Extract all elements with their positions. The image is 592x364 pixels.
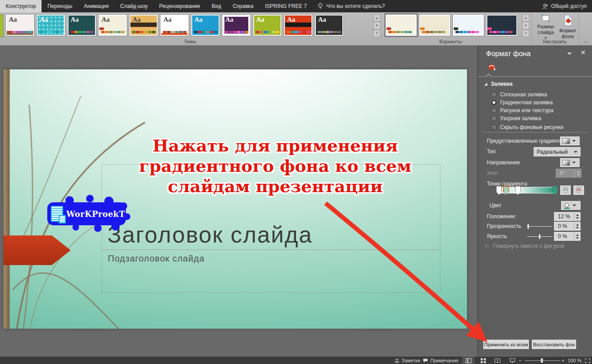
zoom-slider-handle[interactable] [541,358,543,363]
remove-gradient-stop-button[interactable] [573,186,584,195]
gradient-stop-marker[interactable] [552,186,558,195]
preset-gradients-button[interactable] [560,136,580,145]
slide-subtitle-text: Подзаголовок слайда [108,254,205,264]
variant-tag [454,27,458,30]
direction-button[interactable] [560,158,580,167]
theme-thumbnail[interactable]: Aa [191,14,220,36]
spinner-arrows-icon[interactable] [574,232,580,240]
transparency-spinner[interactable]: 0 % [554,222,581,231]
gallery-up-icon[interactable]: ▲ [522,14,529,22]
zoom-out-button[interactable]: − [519,356,521,364]
ribbon-tab[interactable]: Справка [227,0,259,12]
pane-close-icon[interactable]: ✕ [581,49,586,56]
theme-thumbnail[interactable]: Aa [67,14,96,36]
theme-thumbnail[interactable]: Aa [5,14,34,36]
theme-aa-label: Aa [256,16,264,23]
theme-thumbnail[interactable]: Aa [129,14,158,36]
paint-bucket-icon [486,61,497,73]
transparency-slider[interactable] [527,226,552,227]
gallery-more-icon[interactable]: ⊽ [373,30,380,37]
comments-label: Примечания [430,358,459,363]
theme-thumbnail[interactable]: Aa [36,14,65,36]
fill-option-label: Рисунок или текстура [500,107,554,114]
slider-handle[interactable] [539,234,540,239]
zoom-level[interactable]: 100 % [568,356,581,364]
gallery-down-icon[interactable]: ▼ [522,22,529,29]
variant-thumbnail[interactable] [385,14,417,36]
reading-view-icon [494,358,501,363]
spinner-arrows-icon[interactable] [574,222,580,230]
slide-canvas[interactable]: Заголовок слайда Подзаголовок слайда Wor… [4,69,467,329]
tell-me-label: Что вы хотите сделать? [326,3,385,9]
apply-to-all-button[interactable]: Применить ко всем [483,340,529,349]
gradient-stop-marker[interactable] [496,186,502,195]
slide-side-bar [4,69,10,329]
fill-option-row[interactable]: Сплошная заливка [491,91,554,99]
ribbon-tab[interactable]: Слайд-шоу [114,0,153,12]
transparency-label: Прозрачность [487,222,521,231]
color-button[interactable] [561,201,581,210]
position-spinner[interactable]: 12 % [554,212,581,221]
spinner-arrows-icon[interactable] [574,212,580,220]
gallery-up-icon[interactable]: ▲ [373,14,380,22]
fill-option-row[interactable]: Рисунок или текстура [491,106,554,114]
fit-to-window-button[interactable] [581,356,592,364]
normal-view-icon [466,358,471,363]
pane-menu-caret-icon[interactable] [567,53,572,55]
add-gradient-stop-button[interactable] [560,186,571,195]
slide-sorter-view-button[interactable] [477,356,490,364]
theme-swatches [132,31,156,33]
reset-background-button[interactable]: Восстановить фон [532,340,576,349]
variant-thumbnail[interactable] [419,14,451,36]
theme-thumbnail[interactable]: Aa [284,14,313,36]
format-background-button[interactable]: Формат фона [556,14,580,41]
fill-section-header[interactable]: Заливка [484,81,512,87]
gallery-down-icon[interactable]: ▼ [373,22,380,29]
gradient-type-dropdown[interactable]: Радиальный [534,147,581,156]
theme-thumbnail[interactable]: Aa [98,14,127,36]
theme-thumbnail[interactable]: Aa [253,14,282,36]
slide-size-button[interactable]: Размер слайда ▼ [534,14,558,41]
brightness-slider[interactable] [527,236,552,237]
pane-divider [482,132,588,133]
format-background-pane: Формат фона ✕ Заливка Сплошная заливкаГр… [477,46,592,356]
theme-thumbnail-partial[interactable] [0,14,4,37]
ribbon-tab[interactable]: Вид [206,0,227,12]
share-button[interactable]: Общий доступ [542,0,587,12]
theme-swatches [225,31,248,33]
remove-stop-icon [576,187,582,193]
slider-handle[interactable] [527,224,529,229]
brightness-spinner[interactable]: 0 % [554,232,581,241]
ribbon-tab[interactable]: Рецензирование [153,0,206,12]
ribbon-tab[interactable]: ISPRING FREE 7 [259,0,313,12]
add-stop-icon [562,187,569,193]
gradient-stop-marker[interactable] [515,186,521,195]
variant-thumbnail[interactable] [452,14,484,36]
ribbon-tab[interactable]: Конструктор [0,0,42,12]
gradient-stops-slider[interactable] [498,187,557,193]
ribbon-tab[interactable]: Переходы [42,0,78,12]
zoom-in-button[interactable]: + [562,356,564,364]
slide-size-icon [539,14,552,23]
ribbon-tab[interactable]: Анимация [78,0,114,12]
gallery-more-icon[interactable]: ⊽ [522,30,529,37]
subtitle-placeholder[interactable]: Подзаголовок слайда [102,250,440,293]
theme-thumbnail[interactable]: Aa [222,14,251,36]
notes-button[interactable]: Заметки [395,356,420,364]
comments-button[interactable]: Примечания [423,356,459,364]
reading-view-button[interactable] [491,356,504,364]
logo-text: WorKProekT [66,209,125,219]
normal-view-button[interactable] [462,356,474,364]
collapse-ribbon-icon[interactable]: ︿ [584,38,588,45]
hide-background-checkbox-row[interactable]: Скрыть фоновые рисунки [491,123,563,131]
variant-thumbnail[interactable] [486,14,518,36]
fill-option-selected[interactable]: Градиентная заливка [491,99,554,106]
theme-thumbnail[interactable]: Aa [160,14,189,36]
slideshow-view-button[interactable] [506,356,519,364]
tell-me-box[interactable]: Что вы хотите сделать? [312,0,390,12]
format-background-label: Формат фона [556,28,580,39]
gradient-stop-marker[interactable] [503,186,509,195]
theme-thumbnail[interactable]: Aa [315,14,344,36]
fill-option-label: Узорная заливка [500,115,541,121]
fill-option-row[interactable]: Узорная заливка [491,114,554,122]
